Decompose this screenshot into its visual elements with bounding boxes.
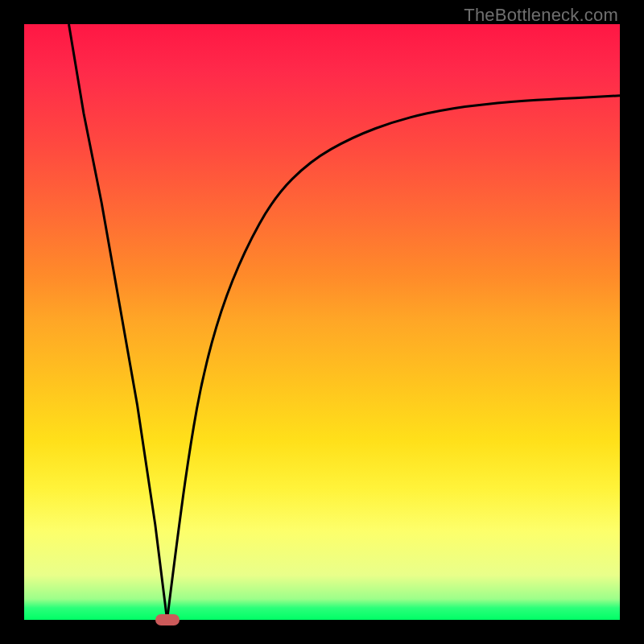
minimum-marker	[155, 614, 180, 625]
bottleneck-curve	[24, 24, 620, 620]
curve-left-branch	[69, 24, 167, 620]
curve-right-branch	[167, 96, 620, 620]
watermark-text: TheBottleneck.com	[464, 5, 618, 26]
plot-area	[24, 24, 620, 620]
chart-frame: TheBottleneck.com	[0, 0, 644, 644]
